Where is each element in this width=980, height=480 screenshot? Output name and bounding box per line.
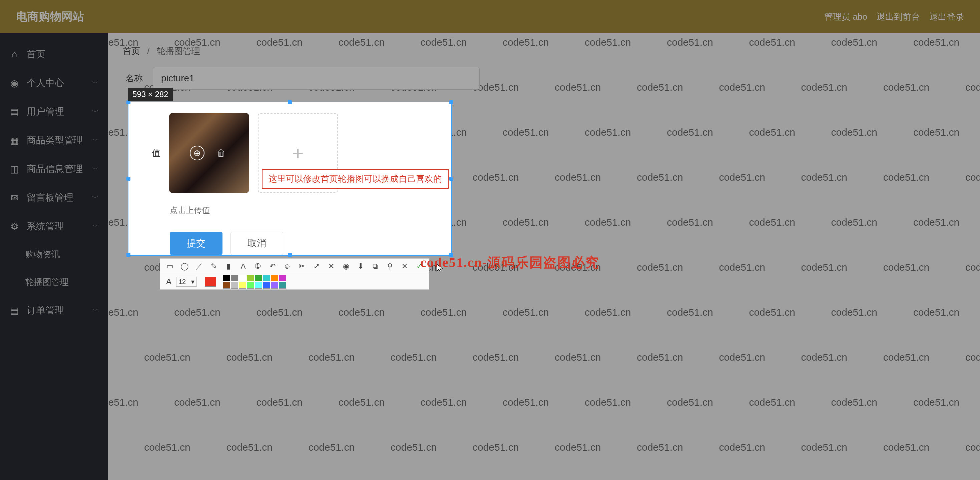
chevron-down-icon: ﹀ xyxy=(92,306,99,315)
name-input[interactable] xyxy=(153,67,480,90)
form-buttons: 提交 取消 xyxy=(170,232,439,255)
sidebar-item-8[interactable]: 轮播图管理 xyxy=(0,268,108,296)
tool-counter-button[interactable]: ① xyxy=(251,260,264,272)
current-color-swatch[interactable] xyxy=(205,277,216,287)
mouse-cursor-icon xyxy=(436,263,445,272)
sidebar-item-2[interactable]: ▤用户管理﹀ xyxy=(0,97,108,126)
sidebar-item-label: 系统管理 xyxy=(27,220,64,233)
gear-icon: ⚙ xyxy=(10,221,19,232)
chevron-down-icon: ﹀ xyxy=(92,165,99,174)
cancel-button[interactable]: 取消 xyxy=(231,232,283,255)
palette-swatch-9[interactable] xyxy=(231,282,238,289)
chevron-down-icon: ﹀ xyxy=(92,136,99,145)
order-icon: ▤ xyxy=(10,305,19,316)
annotation-box[interactable]: 这里可以修改首页轮播图可以换成自己喜欢的 xyxy=(262,169,449,189)
chevron-down-icon: ﹀ xyxy=(92,193,99,202)
selection-content: 值 ⊕ 🗑 + 这里可以修改首页轮播图可以换成自己喜欢的 点击上传值 提交 取消 xyxy=(129,102,451,255)
name-label: 名称 xyxy=(123,73,143,84)
tool-expand-button[interactable]: ⤢ xyxy=(310,260,323,272)
home-icon: ⌂ xyxy=(10,49,19,60)
thumbnail-overlay: ⊕ 🗑 xyxy=(169,113,249,193)
toolbar-actions-row: ▭◯／✎▮A①↶☺✂⤢✕◉⬇⧉⚲✕✓ xyxy=(160,259,429,274)
sidebar-item-label: 用户管理 xyxy=(27,105,64,118)
sidebar-item-5[interactable]: ✉留言板管理﹀ xyxy=(0,183,108,212)
breadcrumb: 首页 / 轮播图管理 xyxy=(123,45,965,57)
users-icon: ▤ xyxy=(10,106,19,117)
tool-rect-button[interactable]: ▭ xyxy=(164,260,176,272)
exit-to-frontend-link[interactable]: 退出到前台 xyxy=(877,11,920,23)
sidebar-item-9[interactable]: ▤订单管理﹀ xyxy=(0,296,108,325)
image-thumbnail[interactable]: ⊕ 🗑 xyxy=(169,113,249,193)
upload-tip: 点击上传值 xyxy=(170,205,439,215)
palette-swatch-0[interactable] xyxy=(223,275,230,281)
tool-line-button[interactable]: ／ xyxy=(193,260,205,272)
tool-copy-button[interactable]: ⧉ xyxy=(369,260,382,272)
palette-swatch-1[interactable] xyxy=(231,275,238,281)
tool-marker-button[interactable]: ▮ xyxy=(222,260,235,272)
admin-name[interactable]: 管理员 abo xyxy=(824,11,867,23)
value-label: 值 xyxy=(140,147,161,159)
palette-swatch-2[interactable] xyxy=(239,275,246,281)
sidebar-item-label: 购物资讯 xyxy=(25,249,60,260)
chevron-down-icon: ﹀ xyxy=(92,107,99,116)
tool-close-button[interactable]: ✕ xyxy=(398,260,411,272)
sidebar-item-label: 订单管理 xyxy=(27,304,64,317)
plus-icon: + xyxy=(292,142,304,165)
tool-pen-button[interactable]: ✎ xyxy=(207,260,220,272)
tool-undo-button[interactable]: ↶ xyxy=(266,260,279,272)
sidebar-item-7[interactable]: 购物资讯 xyxy=(0,241,108,268)
sidebar-item-0[interactable]: ⌂首页 xyxy=(0,40,108,69)
delete-icon[interactable]: 🗑 xyxy=(214,146,229,160)
palette-swatch-6[interactable] xyxy=(271,275,278,281)
tool-blur-button[interactable]: ◉ xyxy=(340,260,352,272)
tool-download-button[interactable]: ⬇ xyxy=(354,260,367,272)
sidebar-item-label: 轮播图管理 xyxy=(25,276,69,288)
breadcrumb-root[interactable]: 首页 xyxy=(123,46,140,56)
tool-crop-button[interactable]: ✂ xyxy=(296,260,308,272)
tool-pin-button[interactable]: ⚲ xyxy=(383,260,396,272)
toolbar-style-row: A 12 ▾ xyxy=(160,274,429,289)
sidebar-item-1[interactable]: ◉个人中心﹀ xyxy=(0,69,108,97)
tool-sticker-button[interactable]: ☺ xyxy=(281,260,294,272)
chevron-down-icon: ﹀ xyxy=(92,222,99,231)
palette-swatch-13[interactable] xyxy=(263,282,270,289)
palette-swatch-5[interactable] xyxy=(263,275,270,281)
palette-swatch-15[interactable] xyxy=(279,282,286,289)
submit-button[interactable]: 提交 xyxy=(170,232,223,255)
palette-swatch-3[interactable] xyxy=(247,275,254,281)
sidebar-item-label: 首页 xyxy=(27,48,45,61)
top-header: 电商购物网站 管理员 abo 退出到前台 退出登录 xyxy=(0,0,980,33)
selection-dimensions-badge: 593 × 282 xyxy=(128,88,173,101)
center-watermark: code51.cn-源码乐园盗图必究 xyxy=(420,253,600,272)
tool-text-button[interactable]: A xyxy=(237,260,250,272)
box-icon: ◫ xyxy=(10,164,19,175)
palette-swatch-7[interactable] xyxy=(279,275,286,281)
palette-swatch-4[interactable] xyxy=(255,275,262,281)
dropdown-caret-icon: ▾ xyxy=(191,278,194,286)
sidebar-item-4[interactable]: ◫商品信息管理﹀ xyxy=(0,155,108,183)
screenshot-selection-box[interactable]: 593 × 282 值 ⊕ 🗑 + 这里可以修改首页轮播图可以换成自己喜欢的 点… xyxy=(128,102,452,256)
sidebar-item-3[interactable]: ▦商品类型管理﹀ xyxy=(0,126,108,155)
palette-swatch-11[interactable] xyxy=(247,282,254,289)
zoom-icon[interactable]: ⊕ xyxy=(190,146,204,160)
tool-ellipse-button[interactable]: ◯ xyxy=(178,260,191,272)
breadcrumb-sep: / xyxy=(147,46,150,56)
logout-link[interactable]: 退出登录 xyxy=(929,11,964,23)
sidebar-item-label: 商品类型管理 xyxy=(27,134,83,147)
form-row-name: 名称 xyxy=(123,67,965,90)
palette-swatch-12[interactable] xyxy=(255,282,262,289)
sidebar-item-label: 留言板管理 xyxy=(27,191,73,204)
palette-swatch-10[interactable] xyxy=(239,282,246,289)
font-size-select[interactable]: 12 ▾ xyxy=(176,277,197,287)
font-size-value: 12 xyxy=(178,278,186,286)
user-icon: ◉ xyxy=(10,78,19,89)
palette-swatch-8[interactable] xyxy=(223,282,230,289)
font-indicator: A xyxy=(164,277,174,286)
color-palette xyxy=(223,275,286,289)
sidebar-item-6[interactable]: ⚙系统管理﹀ xyxy=(0,212,108,241)
chevron-down-icon: ﹀ xyxy=(92,79,99,88)
header-right: 管理员 abo 退出到前台 退出登录 xyxy=(824,11,964,23)
sidebar-item-label: 商品信息管理 xyxy=(27,163,83,175)
palette-swatch-14[interactable] xyxy=(271,282,278,289)
tool-arrow-x-button[interactable]: ✕ xyxy=(325,260,337,272)
